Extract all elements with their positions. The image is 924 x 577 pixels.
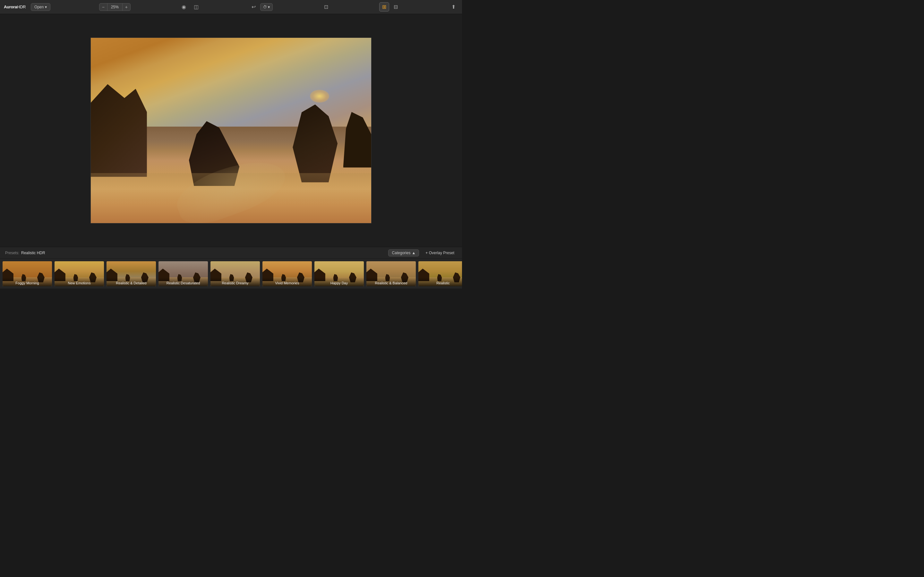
presets-category: Realistic HDR: [21, 251, 45, 255]
preset-item-realistic[interactable]: Realistic: [418, 261, 462, 287]
open-button[interactable]: Open ▾: [31, 3, 50, 11]
history-icon: ⏱: [263, 5, 267, 9]
categories-label: Categories: [392, 251, 410, 255]
open-chevron-icon: ▾: [45, 5, 47, 9]
history-chevron-icon: ▾: [268, 5, 270, 9]
preset-label-realistic-detailed: Realistic & Detailed: [107, 277, 156, 286]
photo-canvas: [91, 38, 371, 223]
main-canvas-area: [0, 14, 462, 247]
toolbar: AuroraHDR Open ▾ − 25% + ◉ ◫ ↩ ⏱ ▾ ⊡ ⊞ ⊟: [0, 0, 462, 14]
toolbar-right-group: ⊞ ⊟: [379, 2, 401, 11]
preset-item-new-emotions[interactable]: New Emotions: [54, 261, 105, 287]
grid-view-button[interactable]: ⊞: [379, 2, 389, 11]
app-title: AuroraHDR: [4, 5, 26, 9]
split-view-icon: ◫: [194, 4, 199, 10]
categories-button[interactable]: Categories ▲: [388, 250, 419, 256]
zoom-plus-button[interactable]: +: [123, 4, 130, 10]
crop-icon: ⊡: [324, 4, 328, 10]
eye-icon: ◉: [182, 4, 186, 10]
preset-item-realistic-detailed[interactable]: Realistic & Detailed: [106, 261, 157, 287]
export-button[interactable]: ⬆: [449, 3, 458, 11]
preset-item-realistic-dreamy[interactable]: Realistic Dreamy: [210, 261, 260, 287]
preset-label-realistic-balanced: Realistic & Balanced: [367, 277, 416, 286]
split-view-button[interactable]: ◫: [191, 3, 201, 11]
zoom-control: − 25% +: [99, 3, 131, 11]
overlay-preset-button[interactable]: + Overlay Preset: [423, 250, 457, 256]
preset-label-foggy-morning: Foggy Morning: [3, 277, 52, 286]
zoom-minus-button[interactable]: −: [99, 4, 107, 10]
open-label: Open: [34, 5, 44, 9]
eye-button[interactable]: ◉: [179, 3, 189, 11]
presets-label: Presets:: [5, 251, 19, 255]
sliders-button[interactable]: ⊟: [391, 3, 401, 11]
sliders-icon: ⊟: [394, 4, 398, 10]
preset-label-realistic-dreamy: Realistic Dreamy: [210, 277, 260, 286]
preset-label-happy-day: Happy Day: [314, 277, 364, 286]
preset-item-realistic-balanced[interactable]: Realistic & Balanced: [366, 261, 417, 287]
export-icon: ⬆: [451, 4, 456, 10]
preset-label-realistic: Realistic: [418, 277, 462, 286]
crop-button[interactable]: ⊡: [321, 3, 331, 11]
presets-strip: Foggy Morning New Emotions Realistic & D…: [0, 259, 462, 288]
presets-panel: Presets: Realistic HDR Categories ▲ + Ov…: [0, 247, 462, 288]
undo-icon: ↩: [252, 4, 256, 10]
preset-item-vivid-memories[interactable]: Vivid Memories: [262, 261, 312, 287]
rock-left: [91, 84, 147, 177]
presets-header: Presets: Realistic HDR Categories ▲ + Ov…: [0, 247, 462, 259]
preset-item-realistic-desaturated[interactable]: Realistic Desaturated: [158, 261, 208, 287]
preset-label-realistic-desaturated: Realistic Desaturated: [158, 277, 208, 286]
undo-button[interactable]: ↩: [250, 3, 258, 11]
preset-item-foggy-morning[interactable]: Foggy Morning: [2, 261, 53, 287]
sun-glow: [310, 90, 329, 103]
preset-label-new-emotions: New Emotions: [55, 277, 104, 286]
preset-label-vivid-memories: Vivid Memories: [262, 277, 312, 286]
photo-container: [90, 37, 372, 223]
preset-item-happy-day[interactable]: Happy Day: [314, 261, 365, 287]
grid-icon: ⊞: [382, 4, 386, 10]
history-button[interactable]: ⏱ ▾: [260, 3, 273, 11]
categories-chevron-icon: ▲: [412, 251, 415, 255]
overlay-preset-label: + Overlay Preset: [425, 251, 454, 255]
zoom-value: 25%: [107, 3, 123, 11]
